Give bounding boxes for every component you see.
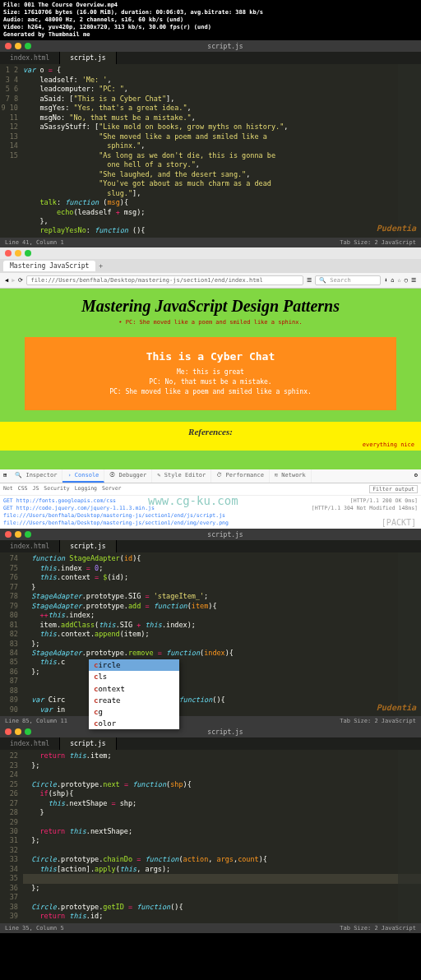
editor-tabs: index.html script.js — [0, 52, 421, 64]
autocomplete-item[interactable]: cg — [89, 706, 179, 718]
devtools-tabs: ⊞ 🔍 Inspector › Console ⦿ Debugger ✎ Sty… — [0, 469, 421, 483]
maximize-icon[interactable] — [25, 531, 31, 538]
info-line: Audio: aac, 48000 Hz, 2 channels, s16, 6… — [3, 16, 418, 24]
devtools-settings-icon[interactable]: ⚙ — [411, 469, 421, 483]
code-editor[interactable]: 22 23 24 25 26 27 28 29 30 31 32 33 34 3… — [0, 750, 421, 922]
autocomplete-item[interactable]: create — [89, 695, 179, 706]
dt-tab-style[interactable]: ✎ Style Editor — [152, 469, 211, 483]
code-content[interactable]: var o = { leadself: 'Me: ', leadcomputer… — [23, 66, 421, 235]
tab-script[interactable]: script.js — [60, 540, 116, 552]
minimap[interactable] — [398, 552, 421, 716]
tab-index[interactable]: index.html — [0, 737, 60, 750]
url-bar[interactable]: file:///Users/benfhala/Desktop/mastering… — [26, 275, 303, 285]
pocket-icon[interactable]: ◯ — [405, 277, 408, 284]
autocomplete-item[interactable]: context — [89, 683, 179, 695]
status-right: Tab Size: 2 JavaScript — [340, 239, 416, 246]
minimize-icon[interactable] — [15, 43, 21, 49]
browser-tabs: Mastering JavaScript + — [0, 259, 421, 273]
dt-sub-css[interactable]: CSS — [18, 485, 28, 493]
reload-icon[interactable]: ⟳ — [18, 277, 23, 284]
minimap[interactable] — [398, 750, 421, 922]
dt-tab-network[interactable]: ≋ Network — [270, 469, 312, 483]
close-icon[interactable] — [5, 531, 12, 538]
code-content[interactable]: return this.item; }; Circle.prototype.ne… — [23, 751, 421, 921]
console-row: GET http://fonts.googleapis.com/css[HTTP… — [3, 497, 418, 505]
devtools-subtabs: Net CSS JS Security Logging Server Filte… — [0, 483, 421, 496]
dt-tab-perf[interactable]: ⏱ Performance — [211, 469, 270, 483]
tab-index[interactable]: index.html — [0, 52, 60, 64]
window-title: script.js — [35, 728, 416, 735]
window-title: script.js — [35, 531, 416, 538]
search-input[interactable]: 🔍 Search — [315, 275, 381, 285]
console-output[interactable]: GET http://fonts.googleapis.com/css[HTTP… — [0, 496, 421, 529]
brand-watermark: Pudentia — [377, 702, 416, 714]
menu-icon[interactable]: ☰ — [411, 277, 416, 284]
dt-sub-srv[interactable]: Server — [102, 485, 121, 493]
status-bar: Line 85, Column 11 Tab Size: 2 JavaScrip… — [0, 716, 421, 726]
dt-tab-inspector[interactable]: 🔍 Inspector — [10, 469, 62, 483]
autocomplete-item[interactable]: color — [89, 718, 179, 729]
editor-window-3: script.js index.html script.js 22 23 24 … — [0, 726, 421, 932]
download-icon[interactable]: ⬇ — [384, 277, 387, 284]
page-subtitle: • PC: She moved like a poem and smiled l… — [0, 319, 421, 326]
tab-index[interactable]: index.html — [0, 540, 60, 552]
tab-script[interactable]: script.js — [60, 52, 116, 64]
status-bar: Line 41, Column 1 Tab Size: 2 JavaScript — [0, 238, 421, 247]
autocomplete-popup[interactable]: circle cls context create cg color — [89, 659, 179, 729]
close-icon[interactable] — [5, 250, 12, 257]
editor-window-2: script.js index.html script.js 74 75 76 … — [0, 529, 421, 726]
tab-script[interactable]: script.js — [60, 737, 116, 750]
maximize-icon[interactable] — [25, 728, 31, 735]
dt-tab-debugger[interactable]: ⦿ Debugger — [104, 469, 152, 483]
browser-tab[interactable]: Mastering JavaScript — [3, 261, 95, 271]
forward-icon[interactable]: ▶ — [12, 277, 15, 284]
maximize-icon[interactable] — [25, 250, 31, 257]
close-icon[interactable] — [5, 728, 12, 735]
info-line: File: 001 The Course Overview.mp4 — [3, 2, 418, 9]
new-tab-icon[interactable]: + — [99, 262, 103, 270]
browser-window: Mastering JavaScript + ◀ ▶ ⟳ file:///Use… — [0, 247, 421, 529]
minimize-icon[interactable] — [15, 531, 21, 538]
window-titlebar: script.js — [0, 40, 421, 52]
reader-icon[interactable]: ☰ — [307, 277, 312, 284]
dt-sub-sec[interactable]: Security — [44, 485, 69, 493]
dt-sub-log[interactable]: Logging — [75, 485, 97, 493]
window-title: script.js — [35, 43, 416, 49]
info-line: Size: 17610706 bytes (16.00 MiB), durati… — [3, 9, 418, 16]
close-icon[interactable] — [5, 43, 12, 49]
maximize-icon[interactable] — [25, 43, 31, 49]
bookmark-icon[interactable]: ☆ — [398, 277, 401, 284]
status-left: Line 41, Column 1 — [5, 239, 64, 246]
info-line: Generated by Thumbnail me — [3, 31, 418, 39]
references-heading: References: — [0, 422, 421, 441]
page-content: Mastering JavaScript Design Patterns • P… — [0, 289, 421, 469]
minimize-icon[interactable] — [15, 728, 21, 735]
code-content[interactable]: function StageAdapter(id){ this.index = … — [23, 554, 421, 714]
window-titlebar — [0, 247, 421, 259]
editor-tabs: index.html script.js — [0, 737, 421, 750]
console-row: file:///Users/benfhala/Desktop/mastering… — [3, 512, 418, 520]
chat-line: PC: She moved like a poem and smiled lik… — [38, 387, 383, 397]
dt-tab-console[interactable]: › Console — [62, 469, 104, 483]
page-title: Mastering JavaScript Design Patterns — [0, 289, 421, 319]
back-icon[interactable]: ◀ — [5, 277, 8, 284]
status-bar: Line 35, Column 5 Tab Size: 2 JavaScript — [0, 923, 421, 933]
editor-tabs: index.html script.js — [0, 540, 421, 552]
devtools-toggle-icon[interactable]: ⊞ — [0, 469, 10, 483]
window-titlebar: script.js — [0, 529, 421, 540]
autocomplete-item[interactable]: circle — [89, 659, 179, 671]
chat-line: PC: No, that must be a mistake. — [38, 377, 383, 387]
minimize-icon[interactable] — [15, 250, 21, 257]
code-editor[interactable]: 74 75 76 77 78 79 80 81 82 83 84 85 86 8… — [0, 552, 421, 716]
line-gutter: 1 2 3 4 5 6 7 8 9 10 11 12 13 14 15 — [0, 66, 23, 235]
autocomplete-item[interactable]: cls — [89, 671, 179, 682]
dt-sub-net[interactable]: Net — [3, 485, 13, 493]
code-editor[interactable]: 1 2 3 4 5 6 7 8 9 10 11 12 13 14 15 var … — [0, 64, 421, 237]
home-icon[interactable]: ⌂ — [391, 277, 394, 284]
minimap[interactable] — [398, 64, 421, 237]
console-row: file:///Users/benfhala/Desktop/mastering… — [3, 520, 418, 527]
dt-sub-js[interactable]: JS — [33, 485, 39, 493]
filter-input[interactable]: Filter output — [369, 485, 418, 493]
status-right: Tab Size: 2 JavaScript — [340, 925, 416, 931]
brand-watermark: Pudentia — [377, 223, 416, 234]
